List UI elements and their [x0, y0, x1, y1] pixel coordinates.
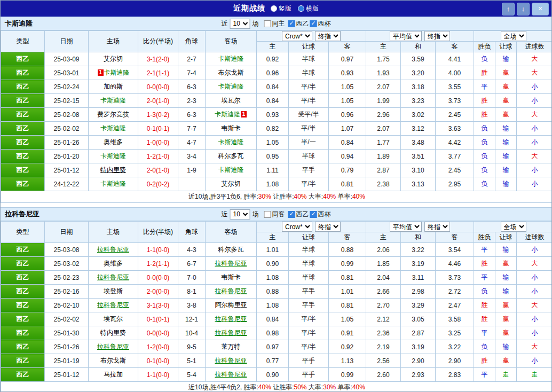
team-link[interactable]: 特内里费 [100, 166, 126, 174]
fullmatch-select[interactable]: 全场 [501, 222, 526, 232]
match-row: 西乙24-12-22卡斯迪隆0-2(0-2)艾尔切1.08平/半0.812.38… [1, 177, 552, 191]
team-link[interactable]: 费罗尔竞技 [97, 111, 129, 118]
team-link[interactable]: 卡斯迪隆 [104, 69, 130, 76]
score-link[interactable]: 0-2(0-2) [138, 177, 178, 191]
team-link[interactable]: 埃瓦尔 [222, 97, 241, 104]
cup-checkbox[interactable] [310, 211, 317, 218]
average-select[interactable]: 平均值 [390, 31, 422, 41]
radio-horizontal-icon[interactable] [298, 5, 304, 12]
move-up-button[interactable]: ↑ [502, 3, 515, 15]
radio-vertical-label[interactable]: 竖版 [279, 4, 291, 13]
score-link[interactable]: 2-0(1-0) [138, 94, 178, 108]
away-team-cell: 卡斯迪隆 [206, 163, 257, 177]
team-link[interactable]: 拉科鲁尼亚 [97, 301, 129, 309]
team-link[interactable]: 拉科鲁尼亚 [215, 371, 247, 378]
score-link[interactable]: 1-2(0-0) [138, 340, 178, 354]
team-link[interactable]: 卡斯迪隆 [218, 55, 244, 62]
team-link[interactable]: 卡斯迪隆 [218, 166, 244, 174]
radio-horizontal-label[interactable]: 横版 [306, 4, 319, 13]
radio-vertical-icon[interactable] [271, 5, 277, 12]
team-link[interactable]: 拉科鲁尼亚 [215, 329, 247, 336]
team-link[interactable]: 卡斯迪隆 [215, 111, 240, 118]
team-link[interactable]: 马拉加 [104, 371, 123, 378]
team-link[interactable]: 奥维多 [104, 138, 123, 146]
score-link[interactable]: 1-3(0-2) [138, 108, 178, 122]
corner-cell: 6-3 [178, 108, 206, 122]
score-link[interactable]: 3-1(2-0) [138, 52, 178, 66]
score-link[interactable]: 2-0(1-0) [138, 163, 178, 177]
result-cell: 小 [517, 122, 552, 136]
score-link[interactable]: 2-1(1-1) [138, 66, 178, 80]
team-link[interactable]: 卡斯迪隆 [218, 138, 244, 146]
avg-odds-cell: 3.55 [436, 80, 474, 94]
close-button[interactable]: × [532, 3, 549, 15]
team-link[interactable]: 拉科鲁尼亚 [215, 315, 247, 323]
team-link[interactable]: 阿尔梅里亚 [215, 301, 247, 309]
team-link[interactable]: 埃登斯 [104, 287, 123, 295]
odds-cell: 0.81 [329, 271, 366, 285]
team-link[interactable]: 拉科鲁尼亚 [97, 246, 129, 253]
league-checkbox[interactable] [288, 211, 295, 218]
fullmatch-select[interactable]: 全场 [501, 31, 526, 41]
team-link[interactable]: 韦斯卡 [222, 273, 241, 281]
score-link[interactable]: 0-0(0-0) [138, 80, 178, 94]
bookmaker-select[interactable]: Crow* [282, 222, 312, 232]
team-link[interactable]: 卡斯迪隆 [218, 83, 244, 90]
team-link[interactable]: 卡斯迪隆 [100, 180, 126, 187]
score-link[interactable]: 1-2(1-1) [138, 257, 178, 271]
sub-header-goals: 进球数 [517, 232, 552, 243]
bookmaker-select[interactable]: Crow* [282, 31, 312, 41]
odds-cell: 0.90 [257, 368, 289, 382]
score-link[interactable]: 0-0(0-0) [138, 271, 178, 285]
away-team-cell: 科尔多瓦 [206, 150, 257, 163]
team-link[interactable]: 拉科鲁尼亚 [215, 357, 247, 364]
final-odds-select-2[interactable]: 终指 [424, 222, 450, 232]
team-link[interactable]: 埃瓦尔 [104, 315, 123, 323]
team-link[interactable]: 科尔多瓦 [218, 246, 244, 253]
final-odds-select[interactable]: 终指 [315, 31, 341, 41]
result-cell: 胜 [474, 66, 495, 80]
score-link[interactable]: 0-1(0-1) [138, 122, 178, 136]
move-down-button[interactable]: ↓ [517, 3, 530, 15]
score-link[interactable]: 3-1(3-0) [138, 299, 178, 312]
same-venue-checkbox[interactable] [264, 20, 271, 27]
league-checkbox[interactable] [288, 20, 295, 27]
average-select[interactable]: 平均值 [390, 222, 422, 232]
team-link[interactable]: 奥维多 [104, 260, 123, 267]
score-link[interactable]: 1-0(0-0) [138, 136, 178, 150]
score-link[interactable]: 1-2(1-0) [138, 150, 178, 163]
score-link[interactable]: 0-1(0-1) [138, 312, 178, 326]
red-card-badge: 1 [241, 111, 247, 117]
cup-checkbox[interactable] [310, 20, 317, 27]
home-team-cell: 特内里费 [89, 163, 138, 177]
team-link[interactable]: 加的斯 [104, 83, 123, 90]
team-link[interactable]: 特内里费 [100, 329, 126, 336]
team-link[interactable]: 布尔戈斯 [218, 69, 244, 76]
score-link[interactable]: 0-1(0-0) [138, 354, 178, 368]
match-count-select[interactable]: 10 [230, 209, 250, 219]
team-link[interactable]: 卡斯迪隆 [100, 124, 126, 132]
score-link[interactable]: 0-0(0-0) [138, 326, 178, 340]
score-link[interactable]: 1-1(0-0) [138, 368, 178, 382]
team-link[interactable]: 拉科鲁尼亚 [97, 343, 129, 350]
score-link[interactable]: 2-0(0-0) [138, 285, 178, 299]
odds-cell: 0.92 [329, 340, 366, 354]
final-odds-select-2[interactable]: 终指 [424, 31, 450, 41]
team-link[interactable]: 卡斯迪隆 [100, 152, 126, 160]
team-link[interactable]: 韦斯卡 [222, 124, 241, 132]
team-link[interactable]: 拉科鲁尼亚 [215, 260, 247, 267]
team-link[interactable]: 科尔多瓦 [218, 152, 244, 160]
radio-option-horizontal[interactable]: 横版 [298, 4, 319, 13]
final-odds-select[interactable]: 终指 [315, 222, 341, 232]
score-link[interactable]: 1-1(0-0) [138, 243, 178, 257]
same-venue-checkbox[interactable] [264, 211, 271, 218]
team-link[interactable]: 艾尔切 [222, 180, 241, 187]
team-link[interactable]: 卡斯迪隆 [100, 97, 126, 104]
radio-option-vertical[interactable]: 竖版 [271, 4, 291, 13]
team-link[interactable]: 莱万特 [222, 343, 241, 350]
team-link[interactable]: 艾尔切 [104, 55, 123, 62]
match-count-select[interactable]: 10 [230, 19, 250, 29]
team-link[interactable]: 拉科鲁尼亚 [97, 273, 129, 281]
team-link[interactable]: 拉科鲁尼亚 [215, 287, 247, 295]
team-link[interactable]: 布尔戈斯 [100, 357, 126, 364]
